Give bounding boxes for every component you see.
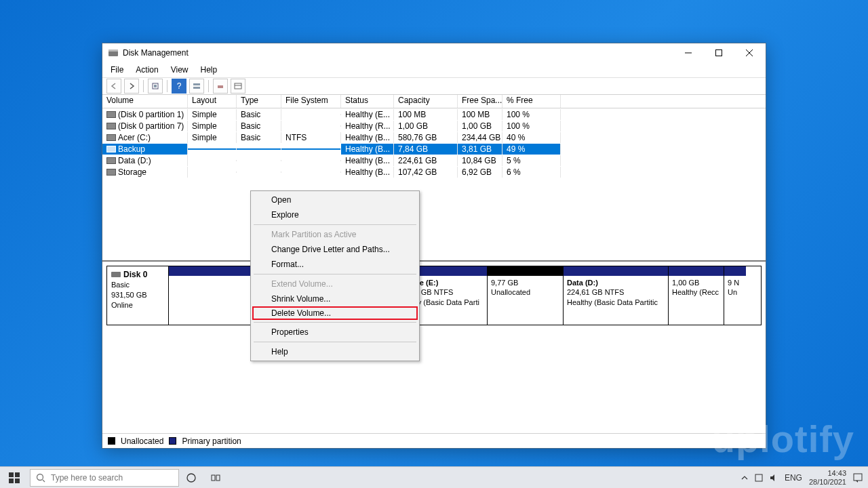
legend-primary-swatch <box>169 437 176 445</box>
toolbar: ? <box>102 77 766 95</box>
tray-clock[interactable]: 14:43 28/10/2021 <box>809 469 846 485</box>
ctx-delete-volume[interactable]: Delete Volume... <box>252 306 418 320</box>
disk-type: Basic <box>111 281 130 289</box>
maximize-button[interactable] <box>703 43 734 62</box>
forward-button[interactable] <box>124 79 139 94</box>
svg-rect-21 <box>212 475 215 481</box>
taskbar: Type here to search ENG 14:43 28/10/2021 <box>0 466 868 488</box>
svg-point-20 <box>187 474 195 482</box>
table-row[interactable]: Data (D:)Healthy (B...224,61 GB10,84 GB5… <box>102 155 766 166</box>
volume-table: Volume Layout Type File System Status Ca… <box>102 95 766 262</box>
window-title: Disk Management <box>123 48 673 58</box>
minimize-button[interactable] <box>673 43 703 62</box>
ctx-separator <box>254 274 416 274</box>
ctx-separator <box>254 342 416 342</box>
partition-block[interactable]: 1,00 GBHealthy (Recc <box>669 266 724 325</box>
volume-icon <box>106 111 116 118</box>
volume-icon <box>106 123 116 129</box>
ctx-help[interactable]: Help <box>252 344 418 359</box>
tray-notifications-icon[interactable] <box>853 473 863 483</box>
tray-speaker-icon[interactable] <box>770 474 778 482</box>
svg-rect-23 <box>755 474 762 481</box>
taskview-button[interactable] <box>203 467 228 489</box>
svg-point-18 <box>37 474 43 480</box>
menu-action[interactable]: Action <box>130 64 163 76</box>
refresh-button[interactable] <box>148 79 163 94</box>
col-pctfree[interactable]: % Free <box>502 95 561 108</box>
menu-help[interactable]: Help <box>195 64 223 76</box>
ctx-mark-active: Mark Partition as Active <box>252 227 418 242</box>
disk-size: 931,50 GB <box>111 291 147 299</box>
ctx-properties[interactable]: Properties <box>252 325 418 340</box>
ctx-extend-volume: Extend Volume... <box>252 277 418 291</box>
disk-management-window: Disk Management File Action View Help ? … <box>102 43 766 449</box>
svg-rect-1 <box>108 49 118 52</box>
svg-rect-24 <box>854 474 862 481</box>
disk-status: Online <box>111 301 133 309</box>
partition-block[interactable]: 9,77 GBUnallocated <box>488 266 564 325</box>
toolbar-separator <box>208 80 209 92</box>
tray-ime-icon[interactable] <box>755 474 763 482</box>
titlebar[interactable]: Disk Management <box>102 43 766 62</box>
table-row[interactable]: Acer (C:)SimpleBasicNTFSHealthy (B...580… <box>102 131 766 143</box>
svg-rect-9 <box>193 87 200 89</box>
close-button[interactable] <box>734 43 764 62</box>
col-type[interactable]: Type <box>237 95 281 108</box>
col-fs[interactable]: File System <box>281 95 341 108</box>
partition-block[interactable]: Data (D:)224,61 GB NTFSHealthy (Basic Da… <box>564 266 669 325</box>
properties-button[interactable] <box>231 79 245 94</box>
back-button[interactable] <box>106 79 121 94</box>
svg-line-19 <box>43 480 45 482</box>
help-button[interactable]: ? <box>172 79 186 94</box>
table-row[interactable]: StorageHealthy (B...107,42 GB6,92 GB6 % <box>102 166 766 178</box>
ctx-format[interactable]: Format... <box>252 257 418 272</box>
disk-label[interactable]: Disk 0 Basic 931,50 GB Online <box>106 266 169 325</box>
search-icon <box>36 473 45 483</box>
volume-icon <box>106 169 116 176</box>
svg-rect-3 <box>715 50 722 56</box>
legend-unallocated-swatch <box>108 437 115 445</box>
start-button[interactable] <box>0 467 28 489</box>
system-tray: ENG 14:43 28/10/2021 <box>736 469 868 485</box>
app-icon <box>108 47 119 58</box>
view-button[interactable] <box>189 79 204 94</box>
tray-lang[interactable]: ENG <box>785 473 802 483</box>
ctx-separator <box>254 224 416 225</box>
disk-icon <box>111 270 121 279</box>
search-box[interactable]: Type here to search <box>30 469 179 487</box>
ctx-separator <box>254 322 416 323</box>
disk-graphical-view: Disk 0 Basic 931,50 GB Online Backup Dri… <box>102 262 766 329</box>
tray-chevron-icon[interactable] <box>741 474 748 481</box>
cortana-button[interactable] <box>179 467 203 489</box>
ctx-change-letter[interactable]: Change Drive Letter and Paths... <box>252 242 418 257</box>
svg-rect-11 <box>235 83 241 89</box>
partition-block[interactable]: 9 NUn <box>724 266 746 325</box>
menu-file[interactable]: File <box>105 64 129 76</box>
svg-rect-10 <box>218 85 223 88</box>
menu-view[interactable]: View <box>165 64 194 76</box>
table-row[interactable]: (Disk 0 partition 7)SimpleBasicHealthy (… <box>102 120 766 131</box>
svg-rect-15 <box>15 472 20 477</box>
svg-rect-7 <box>154 85 157 87</box>
svg-rect-17 <box>15 479 20 483</box>
ctx-open[interactable]: Open <box>252 192 418 207</box>
table-row[interactable]: (Disk 0 partition 1)SimpleBasicHealthy (… <box>102 108 766 120</box>
tray-time: 14:43 <box>809 469 846 477</box>
col-capacity[interactable]: Capacity <box>394 95 458 108</box>
settings-button[interactable] <box>213 79 228 94</box>
col-layout[interactable]: Layout <box>188 95 237 108</box>
col-status[interactable]: Status <box>341 95 394 108</box>
table-row[interactable]: BackupHealthy (B...7,84 GB3,81 GB49 % <box>102 143 766 155</box>
svg-rect-8 <box>193 83 200 85</box>
svg-rect-22 <box>216 475 220 481</box>
tray-date: 28/10/2021 <box>809 478 846 486</box>
ctx-shrink-volume[interactable]: Shrink Volume... <box>252 291 418 306</box>
volume-icon <box>106 134 116 141</box>
col-free[interactable]: Free Spa... <box>458 95 502 108</box>
toolbar-separator <box>143 80 144 92</box>
ctx-explore[interactable]: Explore <box>252 207 418 222</box>
legend-primary-label: Primary partition <box>182 436 241 446</box>
table-header[interactable]: Volume Layout Type File System Status Ca… <box>102 95 766 108</box>
col-volume[interactable]: Volume <box>102 95 188 108</box>
svg-rect-16 <box>9 479 14 483</box>
